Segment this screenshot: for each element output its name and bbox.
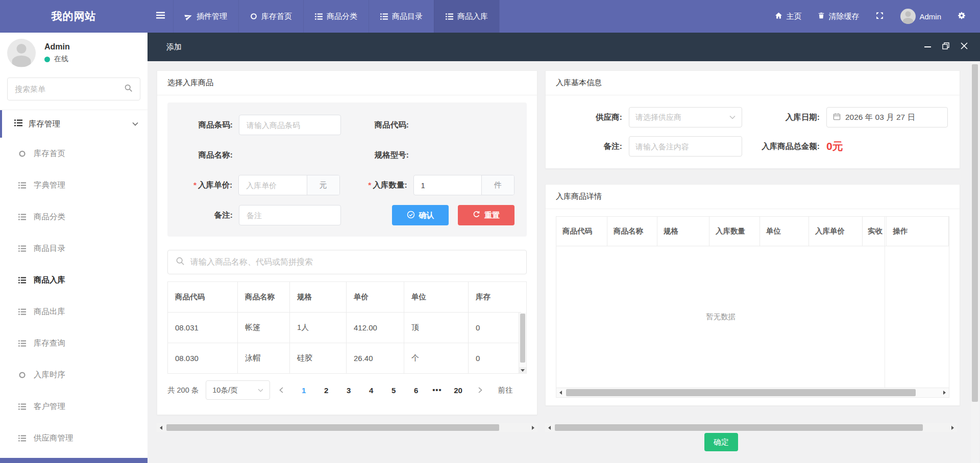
inbound-detail-title: 入库商品详情: [546, 185, 960, 209]
inbound-price-input[interactable]: [246, 181, 299, 190]
col-header[interactable]: 单位: [760, 217, 809, 246]
page-number[interactable]: 6: [411, 386, 421, 395]
page-number[interactable]: 1: [299, 386, 309, 395]
nav-item-inventory-home[interactable]: 库存首页: [238, 0, 303, 33]
page-number[interactable]: 2: [321, 386, 331, 395]
inbound-qty-label: *入库数量:: [340, 180, 407, 191]
info-note-field[interactable]: [629, 136, 742, 157]
menu-search-input[interactable]: [15, 85, 124, 93]
product-table: 商品代码 商品名称 规格 单价 单位 库存 08.031 帐篷 1人 412.0…: [167, 281, 527, 374]
scrollbar-thumb[interactable]: [520, 314, 525, 363]
scroll-left-button[interactable]: [157, 423, 165, 432]
prev-page-button[interactable]: [275, 387, 287, 393]
sidebar-item-supplier-manage[interactable]: 供应商管理: [0, 422, 148, 454]
col-header[interactable]: 实收: [863, 217, 886, 246]
scrollbar-thumb[interactable]: [166, 424, 499, 431]
col-header-actions[interactable]: 操作: [886, 217, 949, 246]
sidebar-item-product-inbound[interactable]: 商品入库: [0, 264, 148, 296]
supplier-placeholder: 请选择供应商: [635, 113, 681, 122]
table-row[interactable]: 08.030 泳帽 硅胶 26.40 个 0: [168, 343, 521, 374]
scrollbar-track[interactable]: [554, 423, 948, 432]
nav-item-plugin-manage[interactable]: 插件管理: [173, 0, 238, 33]
nav-item-product-category[interactable]: 商品分类: [303, 0, 369, 33]
col-header[interactable]: 规格: [657, 217, 709, 246]
menu-search-box[interactable]: [7, 78, 140, 100]
sidebar-item-inbound-timeline[interactable]: 入库时序: [0, 359, 148, 391]
inbound-qty-input[interactable]: [421, 181, 474, 190]
col-header[interactable]: 入库数量: [709, 217, 760, 246]
barcode-input[interactable]: [247, 121, 333, 130]
next-page-button[interactable]: [474, 387, 486, 393]
maximize-button[interactable]: [939, 40, 952, 54]
sidebar-group-inventory[interactable]: 库存管理: [0, 110, 148, 138]
sidebar-item-inventory-home[interactable]: 库存首页: [0, 138, 148, 169]
note-input[interactable]: [247, 211, 333, 220]
scroll-right-button[interactable]: [948, 423, 957, 432]
note-field[interactable]: [239, 205, 341, 225]
minimize-button[interactable]: [921, 40, 934, 54]
col-header[interactable]: 单位: [404, 282, 469, 313]
col-header[interactable]: 商品名称: [607, 217, 657, 246]
sidebar-item-customer-manage[interactable]: 客户管理: [0, 391, 148, 422]
page-number[interactable]: 3: [344, 386, 354, 395]
settings-button[interactable]: [951, 0, 973, 33]
scroll-left-button[interactable]: [556, 388, 565, 397]
app-logo[interactable]: 我的网站: [0, 0, 148, 33]
info-note-input[interactable]: [635, 142, 736, 151]
sidebar-item-dictionary[interactable]: 字典管理: [0, 169, 148, 201]
col-header[interactable]: 规格: [290, 282, 347, 313]
inbound-price-field[interactable]: [239, 175, 306, 195]
fullscreen-button[interactable]: [869, 0, 891, 33]
detail-table-hscrollbar[interactable]: [556, 388, 949, 397]
sidebar-item-product-outbound[interactable]: 商品出库: [0, 296, 148, 327]
scrollbar-thumb[interactable]: [566, 389, 916, 396]
col-header[interactable]: 单价: [347, 282, 404, 313]
page-number-last[interactable]: 20: [453, 386, 463, 395]
page-number[interactable]: 5: [388, 386, 399, 395]
user-menu[interactable]: Admin: [894, 0, 948, 33]
sidebar-item-product-category[interactable]: 商品分类: [0, 201, 148, 233]
page-ellipsis[interactable]: •••: [432, 386, 442, 394]
nav-item-product-inbound[interactable]: 商品入库: [434, 0, 499, 33]
inbound-qty-field[interactable]: [414, 175, 481, 195]
reset-button[interactable]: 重置: [458, 205, 514, 225]
table-vertical-scrollbar[interactable]: [519, 313, 526, 374]
col-header[interactable]: 商品代码: [168, 282, 238, 313]
product-search-input[interactable]: [190, 258, 519, 267]
product-search-box[interactable]: [167, 250, 527, 274]
sidebar-item-inventory-query[interactable]: 库存查询: [0, 327, 148, 359]
page-vertical-scrollbar[interactable]: [971, 62, 979, 463]
page-number[interactable]: 4: [366, 386, 376, 395]
col-header[interactable]: 商品代码: [556, 217, 607, 246]
scroll-down-button[interactable]: [519, 367, 526, 374]
table-row[interactable]: 08.031 帐篷 1人 412.00 顶 0: [168, 313, 521, 343]
col-header[interactable]: 库存: [469, 282, 521, 313]
col-header[interactable]: 入库单价: [809, 217, 863, 246]
inbound-info-title: 入库基本信息: [546, 71, 960, 95]
nav-clear-cache-button[interactable]: 清除缓存: [811, 0, 866, 33]
nav-item-product-catalog[interactable]: 商品目录: [369, 0, 434, 33]
hamburger-icon: [156, 12, 165, 21]
close-button[interactable]: [958, 40, 971, 54]
barcode-field[interactable]: [239, 115, 341, 135]
scroll-right-button[interactable]: [940, 388, 949, 397]
right-panel-hscrollbar[interactable]: [545, 423, 957, 432]
scrollbar-thumb[interactable]: [972, 64, 978, 402]
scrollbar-track[interactable]: [565, 388, 940, 397]
scrollbar-thumb[interactable]: [555, 424, 923, 431]
scroll-right-button[interactable]: [529, 423, 537, 432]
inbound-date-picker[interactable]: 2026 年 03 月 27 日: [826, 107, 948, 127]
supplier-select[interactable]: 请选择供应商: [629, 107, 742, 127]
scrollbar-track[interactable]: [165, 423, 529, 432]
left-panel-hscrollbar[interactable]: [157, 423, 537, 432]
col-header[interactable]: 商品名称: [238, 282, 290, 313]
minimize-icon: [924, 46, 931, 47]
scroll-left-button[interactable]: [545, 423, 554, 432]
sidebar-toggle-button[interactable]: [148, 0, 173, 33]
nav-home-button[interactable]: 主页: [768, 0, 808, 33]
avatar[interactable]: [7, 39, 36, 67]
confirm-button[interactable]: 确认: [392, 205, 449, 225]
sidebar-item-product-catalog[interactable]: 商品目录: [0, 233, 148, 264]
page-size-select[interactable]: 10条/页: [206, 380, 270, 400]
footer-confirm-button[interactable]: 确定: [704, 433, 738, 451]
